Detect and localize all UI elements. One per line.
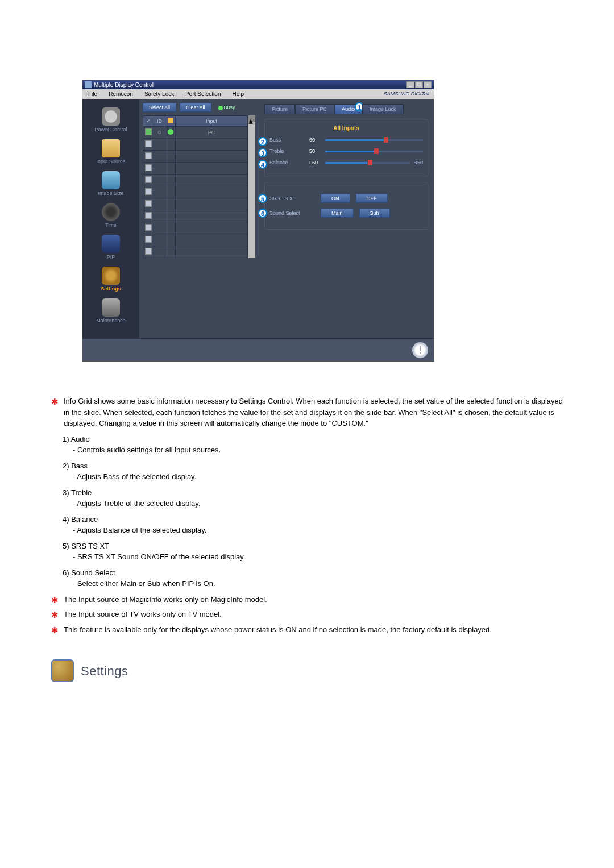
clear-all-button[interactable]: Clear All bbox=[180, 103, 211, 112]
menu-safety-lock[interactable]: Safety Lock bbox=[139, 89, 180, 99]
close-button[interactable]: × bbox=[424, 81, 432, 88]
window-title: Multiple Display Control bbox=[94, 82, 154, 88]
tab-image-lock[interactable]: Image Lock bbox=[362, 104, 404, 114]
busy-indicator: Busy bbox=[218, 105, 235, 110]
info-grid-table: ✓ ID Input 0PC bbox=[143, 115, 248, 258]
app-icon bbox=[85, 81, 92, 88]
row-checkbox[interactable] bbox=[145, 248, 152, 255]
bass-label: Bass bbox=[269, 137, 309, 143]
row-checkbox[interactable] bbox=[145, 176, 152, 183]
badge-2: 2 bbox=[258, 137, 267, 146]
tab-picture[interactable]: Picture bbox=[264, 104, 295, 114]
col-status[interactable] bbox=[165, 116, 176, 127]
row-checkbox[interactable] bbox=[145, 128, 152, 135]
star-icon: ✱ bbox=[51, 594, 59, 607]
sidebar-settings[interactable]: Settings bbox=[82, 263, 139, 295]
input-source-icon bbox=[102, 139, 120, 157]
bass-value: 60 bbox=[309, 137, 325, 143]
all-inputs-panel: All Inputs 2 Bass 60 3 Treble 50 bbox=[264, 119, 428, 177]
row-checkbox[interactable] bbox=[145, 200, 152, 207]
sidebar-image-size[interactable]: Image Size bbox=[82, 168, 139, 200]
bass-slider[interactable] bbox=[325, 139, 423, 141]
row-checkbox[interactable] bbox=[145, 140, 152, 147]
col-id[interactable]: ID bbox=[154, 116, 165, 127]
row-checkbox[interactable] bbox=[145, 224, 152, 231]
sidebar-pip[interactable]: PIP bbox=[82, 231, 139, 263]
row-checkbox[interactable] bbox=[145, 152, 152, 159]
menu-port-selection[interactable]: Port Selection bbox=[180, 89, 226, 99]
list-item: 4) Balance- Adjusts Balance of the selec… bbox=[63, 514, 563, 536]
minimize-button[interactable]: _ bbox=[406, 81, 414, 88]
power-icon bbox=[102, 107, 120, 126]
table-row[interactable] bbox=[143, 234, 248, 246]
treble-label: Treble bbox=[269, 148, 309, 154]
maximize-button[interactable]: □ bbox=[415, 81, 423, 88]
table-row[interactable] bbox=[143, 163, 248, 175]
table-row[interactable] bbox=[143, 246, 248, 258]
srs-on-button[interactable]: ON bbox=[321, 194, 350, 203]
table-row[interactable] bbox=[143, 186, 248, 198]
badge-3: 3 bbox=[258, 148, 267, 157]
row-checkbox[interactable] bbox=[145, 212, 152, 219]
balance-right: R50 bbox=[413, 160, 423, 165]
status-dot-icon bbox=[168, 129, 173, 135]
note-2: The Input source of TV works only on TV … bbox=[64, 609, 563, 622]
srs-off-button[interactable]: OFF bbox=[356, 194, 388, 203]
sidebar-power-control[interactable]: Power Control bbox=[82, 104, 139, 136]
busy-dot-icon bbox=[218, 106, 223, 110]
badge-6: 6 bbox=[258, 209, 267, 218]
treble-value: 50 bbox=[309, 148, 325, 154]
sound-options-panel: 5 SRS TS XT ON OFF 6 Sound Select Main S… bbox=[264, 182, 428, 230]
col-check[interactable]: ✓ bbox=[143, 116, 154, 127]
tab-audio[interactable]: 1Audio bbox=[334, 104, 362, 114]
badge-5: 5 bbox=[258, 194, 267, 203]
row-checkbox[interactable] bbox=[145, 188, 152, 195]
table-row[interactable] bbox=[143, 175, 248, 186]
table-row[interactable]: 0PC bbox=[143, 127, 248, 139]
table-row[interactable] bbox=[143, 222, 248, 234]
sidebar-maintenance[interactable]: Maintenance bbox=[82, 295, 139, 327]
intro-text: Info Grid shows some basic information n… bbox=[64, 396, 563, 429]
menu-help[interactable]: Help bbox=[226, 89, 250, 99]
info-grid-panel: Select All Clear All Busy ✓ ID Input bbox=[139, 99, 259, 338]
row-checkbox[interactable] bbox=[145, 236, 152, 243]
settings-section-icon bbox=[51, 659, 74, 682]
select-all-button[interactable]: Select All bbox=[143, 103, 176, 112]
row-checkbox[interactable] bbox=[145, 164, 152, 171]
table-row[interactable] bbox=[143, 151, 248, 163]
info-icon: ! bbox=[412, 342, 428, 358]
document-body: ✱ Info Grid shows some basic information… bbox=[51, 396, 563, 682]
col-input[interactable]: Input bbox=[176, 116, 248, 127]
panel-header: All Inputs bbox=[269, 125, 423, 131]
brand-label: SAMSUNG DIGITall bbox=[379, 89, 434, 99]
srs-label: SRS TS XT bbox=[269, 196, 321, 201]
sound-sub-button[interactable]: Sub bbox=[359, 209, 390, 218]
pip-icon bbox=[102, 235, 120, 253]
maintenance-icon bbox=[102, 298, 120, 317]
star-icon: ✱ bbox=[51, 624, 59, 637]
image-size-icon bbox=[102, 171, 120, 189]
star-icon: ✱ bbox=[51, 396, 59, 429]
tab-picture-pc[interactable]: Picture PC bbox=[295, 104, 334, 114]
time-icon bbox=[102, 203, 120, 221]
settings-icon bbox=[102, 267, 120, 285]
numbered-list: 1) Audio- Controls audio settings for al… bbox=[63, 434, 563, 589]
balance-slider[interactable] bbox=[325, 162, 410, 164]
app-window: Multiple Display Control _ □ × File Remo… bbox=[82, 80, 434, 362]
sidebar: Power Control Input Source Image Size Ti… bbox=[82, 99, 139, 338]
sidebar-time[interactable]: Time bbox=[82, 200, 139, 231]
sound-select-label: Sound Select bbox=[269, 210, 321, 216]
table-row[interactable] bbox=[143, 210, 248, 222]
sidebar-input-source[interactable]: Input Source bbox=[82, 136, 139, 168]
menu-remocon[interactable]: Remocon bbox=[103, 89, 139, 99]
table-row[interactable] bbox=[143, 139, 248, 151]
list-item: 3) Treble- Adjusts Treble of the selecte… bbox=[63, 487, 563, 509]
treble-slider[interactable] bbox=[325, 151, 423, 152]
scrollbar[interactable]: ▴ bbox=[248, 115, 255, 258]
sound-main-button[interactable]: Main bbox=[321, 209, 354, 218]
table-row[interactable] bbox=[143, 198, 248, 210]
list-item: 1) Audio- Controls audio settings for al… bbox=[63, 434, 563, 456]
menu-file[interactable]: File bbox=[82, 89, 103, 99]
star-icon: ✱ bbox=[51, 609, 59, 622]
section-title: Settings bbox=[81, 662, 128, 680]
